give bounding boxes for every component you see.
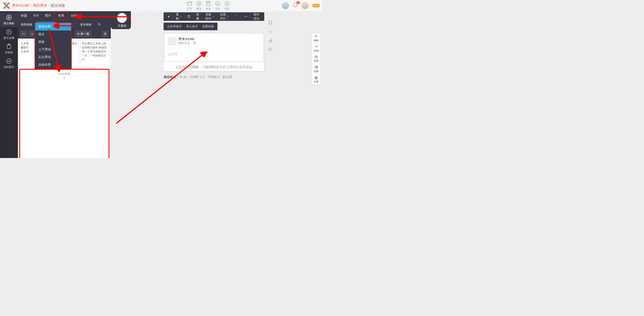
tab-layout[interactable]: 布局 bbox=[54, 11, 68, 20]
import-card-button[interactable]: 导入名片 bbox=[184, 25, 200, 29]
search-icon[interactable] bbox=[95, 23, 104, 27]
svg-rect-23 bbox=[271, 39, 272, 42]
dropdown-item-free[interactable]: 自由布局 bbox=[35, 61, 71, 69]
notifications-button[interactable]: 6 bbox=[293, 3, 298, 9]
chevron-down-icon: ▼ bbox=[20, 76, 108, 79]
sidebar-item-clipboard[interactable]: 剪贴板 bbox=[0, 42, 18, 56]
submit-button[interactable]: 投稿 bbox=[312, 64, 320, 75]
dropdown-item-basic[interactable]: 基础布局 bbox=[35, 23, 71, 31]
refresh-button[interactable]: ⟳换一换 bbox=[75, 31, 92, 37]
avatar-2[interactable] bbox=[302, 2, 309, 9]
svg-point-24 bbox=[270, 49, 271, 50]
preview-button[interactable]: 预览 bbox=[196, 1, 202, 11]
svg-rect-18 bbox=[268, 23, 270, 25]
gear-icon[interactable] bbox=[268, 29, 273, 35]
svg-point-14 bbox=[246, 16, 246, 17]
card-subtitle: 制作平台。秀... bbox=[178, 41, 198, 45]
undo-button[interactable]: 撤销 bbox=[312, 33, 320, 44]
pin-icon[interactable] bbox=[165, 12, 172, 21]
eye-icon[interactable] bbox=[268, 47, 273, 53]
open-button[interactable]: 打开 bbox=[186, 1, 192, 11]
layout-dropdown: 基础布局 组合 表格 上下滑动 左右滑动 自由布局 bbox=[35, 23, 72, 69]
subtab-recommended[interactable]: 推荐模板 bbox=[18, 23, 35, 27]
copy-button[interactable]: 复制▼ bbox=[174, 12, 184, 21]
breadcrumb-link-home[interactable]: 秀米XIUMI bbox=[12, 3, 29, 8]
svg-point-1 bbox=[197, 1, 201, 6]
canvas-area: 复制▼ 收藏 变换组件▼ 后插空行▼ 组件定位 公众号名片 导入名片 设置封面 … bbox=[164, 12, 264, 71]
theme-color-button[interactable]: 主题色 bbox=[114, 13, 130, 28]
svg-point-8 bbox=[7, 30, 12, 35]
component-toolbar: 复制▼ 收藏 变换组件▼ 后插空行▼ 组件定位 bbox=[164, 12, 264, 21]
breadcrumb: 秀米XIUMI / 我的秀米 / 图文排版 bbox=[12, 3, 65, 8]
account-input[interactable]: 公众号 bbox=[168, 50, 178, 58]
card-hint: 公众号名片模板，只能用同步方式上传到公众号后台 bbox=[164, 62, 264, 71]
namecard-button[interactable]: 公众号名片 bbox=[165, 25, 184, 29]
avatar-1[interactable] bbox=[282, 2, 289, 9]
svg-layout-label: SVG布局 bbox=[20, 72, 108, 76]
transform-button[interactable]: 变换组件▼ bbox=[203, 12, 216, 21]
level-badge: LV.1 bbox=[312, 4, 320, 8]
svg-point-15 bbox=[246, 16, 247, 17]
breadcrumb-current: 图文排版 bbox=[51, 3, 65, 8]
tab-svg[interactable]: SVG bbox=[68, 11, 80, 20]
save-button[interactable]: 保存 bbox=[206, 1, 211, 11]
forward-button[interactable]: 🡒 bbox=[29, 31, 35, 37]
dropdown-item-hscroll[interactable]: 左右滑动 bbox=[35, 53, 71, 61]
redo-button[interactable]: 重做 bbox=[312, 44, 320, 54]
more-button[interactable]: 更多 bbox=[224, 1, 230, 11]
svg-rect-17 bbox=[271, 21, 272, 22]
insert-blank-button[interactable]: 后插空行▼ bbox=[218, 12, 231, 21]
tab-title[interactable]: 标题 bbox=[18, 11, 30, 20]
subtab-more[interactable]: 更多模板 bbox=[77, 23, 95, 27]
template-card-3[interactable]: 可以通过工具条上的应用格式操作,快速应用一个单元的格式到一行，一列或者其它行 bbox=[80, 40, 110, 67]
sort-button[interactable]: ⇅ bbox=[102, 31, 108, 37]
card-toolbar: 公众号名片 导入名片 设置封面 bbox=[164, 23, 218, 30]
right-mini-icons bbox=[268, 20, 273, 53]
dropdown-item-table[interactable]: 表格 bbox=[35, 38, 71, 46]
dropdown-item-combo[interactable]: 组合 bbox=[35, 31, 71, 38]
right-action-pills: 撤销 重做 帮助 投稿 设置 bbox=[312, 33, 321, 85]
svg-rect-16 bbox=[268, 21, 270, 22]
more-icon[interactable] bbox=[241, 12, 250, 21]
card-avatar-placeholder bbox=[168, 37, 176, 45]
help-button[interactable]: 帮助 bbox=[312, 54, 320, 64]
svg-point-26 bbox=[316, 77, 317, 78]
svg-point-5 bbox=[216, 1, 220, 6]
top-header: 秀米XIUMI / 我的秀米 / 图文排版 打开 预览 保存 导出 更多 6 L… bbox=[0, 0, 322, 11]
sidebar-item-templates[interactable]: 图文模板 bbox=[0, 13, 18, 27]
card-title: 秀米XIUMI bbox=[178, 37, 198, 41]
namecard-component[interactable]: 秀米XIUMI 制作平台。秀... › 公众号 公众号名片模板，只能用同步方式上… bbox=[164, 33, 264, 71]
svg-layout-card[interactable]: SVG布局 ▼ bbox=[19, 69, 110, 158]
chart-icon[interactable] bbox=[268, 38, 273, 44]
delete-button[interactable] bbox=[185, 12, 193, 21]
sidebar-item-favorites[interactable]: 图文收藏 bbox=[0, 27, 18, 42]
set-cover-button[interactable]: 设置封面 bbox=[200, 25, 216, 29]
svg-point-13 bbox=[244, 16, 245, 17]
svg-rect-4 bbox=[208, 2, 210, 3]
checker-icon bbox=[117, 13, 127, 23]
svg-rect-21 bbox=[269, 41, 270, 42]
breadcrumb-sep: / bbox=[48, 4, 50, 8]
export-button[interactable]: 导出 bbox=[215, 1, 221, 11]
base-format-label: 基础格式：号 16，行间距 1.6，字间距 0，默认图 bbox=[164, 75, 232, 79]
locate-button[interactable]: 组件定位 bbox=[251, 12, 263, 21]
back-button[interactable]: 🡐 bbox=[20, 31, 27, 37]
grid-icon[interactable] bbox=[268, 20, 273, 26]
settings-button[interactable]: 设置 bbox=[312, 75, 320, 85]
svg-rect-22 bbox=[270, 40, 271, 42]
svg-point-2 bbox=[198, 3, 200, 4]
magic-icon[interactable] bbox=[232, 12, 240, 21]
sidebar-item-gallery[interactable]: 我的图库 bbox=[0, 56, 18, 71]
svg-point-12 bbox=[98, 23, 100, 25]
breadcrumb-link-mine[interactable]: 我的秀米 bbox=[33, 3, 47, 8]
tab-card[interactable]: 卡片 bbox=[30, 11, 42, 20]
favorite-button[interactable]: 收藏 bbox=[194, 12, 202, 21]
svg-point-20 bbox=[270, 31, 271, 32]
svg-rect-19 bbox=[271, 23, 272, 25]
dropdown-item-vscroll[interactable]: 上下滑动 bbox=[35, 46, 71, 53]
logo-icon bbox=[2, 1, 11, 10]
tab-image[interactable]: 图片 bbox=[42, 11, 54, 20]
chevron-right-icon: › bbox=[259, 39, 260, 43]
svg-rect-0 bbox=[187, 2, 192, 5]
left-sidebar: 图文模板 图文收藏 剪贴板 我的图库 bbox=[0, 11, 18, 158]
